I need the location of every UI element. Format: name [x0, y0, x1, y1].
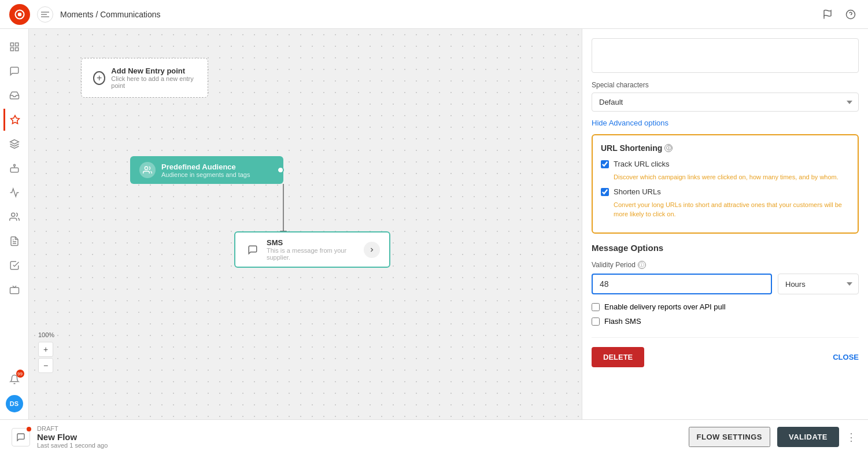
shorten-url-row: Shorten URLs [601, 187, 849, 196]
track-url-row: Track URL clicks [601, 160, 849, 168]
zoom-in-button[interactable]: + [38, 342, 53, 357]
flag-icon[interactable] [819, 6, 836, 23]
zoom-out-button[interactable]: − [38, 358, 53, 373]
svg-marker-10 [10, 140, 19, 145]
audience-node-title: Predefined Audience [161, 163, 250, 171]
topbar: Moments / Communications [0, 0, 868, 29]
validity-period-input[interactable] [592, 274, 772, 294]
sidebar-collapse-button[interactable] [37, 6, 53, 23]
svg-rect-6 [15, 43, 18, 46]
validity-period-label: Validity Period ⓘ [592, 261, 859, 269]
bottom-bar: DRAFT New Flow Last saved 1 second ago F… [0, 419, 868, 454]
validity-row: Hours Minutes Days [592, 274, 859, 294]
predefined-audience-node[interactable]: Predefined Audience Audience in segments… [130, 156, 283, 184]
close-button[interactable]: CLOSE [833, 353, 859, 361]
audience-node-icon [139, 162, 156, 178]
sidebar-item-inbox[interactable] [3, 84, 25, 106]
draft-icon [12, 428, 30, 446]
shorten-url-description: Convert your long URLs into short and at… [614, 201, 849, 219]
user-avatar[interactable]: DS [6, 395, 23, 412]
delivery-report-row: Enable delivery reports over API pull [592, 302, 859, 311]
svg-marker-9 [11, 116, 20, 124]
flash-sms-row: Flash SMS [592, 317, 859, 326]
sidebar-item-reports[interactable] [3, 230, 25, 252]
zoom-level-label: 100% [38, 331, 54, 338]
last-saved-label: Last saved 1 second ago [37, 442, 108, 449]
right-panel: Special characters Default Hide Advanced… [582, 29, 868, 419]
sms-node-next-button[interactable] [364, 242, 380, 258]
bottom-bar-actions: FLOW SETTINGS VALIDATE ⋮ [689, 427, 856, 447]
flow-canvas[interactable]: + Add New Entry point Click here to add … [29, 29, 582, 419]
sidebar-item-layers[interactable] [3, 133, 25, 155]
sidebar-item-contacts[interactable] [3, 206, 25, 228]
flash-sms-checkbox[interactable] [592, 318, 600, 326]
delivery-report-checkbox[interactable] [592, 303, 600, 311]
left-sidebar: 99 DS [0, 29, 29, 419]
svg-rect-11 [10, 168, 19, 172]
sidebar-item-notifications[interactable]: 99 [3, 368, 25, 390]
help-icon[interactable] [843, 6, 859, 23]
special-chars-label: Special characters [592, 81, 859, 89]
url-shortening-info-icon[interactable]: ⓘ [664, 144, 673, 152]
flash-sms-label[interactable]: Flash SMS [604, 317, 641, 326]
main-content: 99 DS + Add New Entry point Click here t… [0, 29, 868, 419]
url-shortening-title: URL Shortening ⓘ [601, 143, 849, 153]
draft-dot [27, 427, 31, 431]
svg-rect-7 [10, 48, 13, 51]
svg-point-22 [145, 167, 147, 169]
audience-node-subtitle: Audience in segments and tags [161, 171, 250, 178]
svg-point-12 [13, 164, 15, 166]
sidebar-item-campaigns[interactable] [3, 109, 25, 131]
sms-node[interactable]: SMS This is a message from your supplier… [234, 231, 390, 268]
sms-node-subtitle: This is a message from your supplier. [267, 247, 358, 261]
svg-point-17 [11, 213, 14, 216]
entry-card-subtitle: Click here to add a new entry point [111, 75, 196, 89]
notification-badge: 99 [16, 370, 24, 378]
sms-node-icon [245, 242, 261, 258]
delivery-report-label[interactable]: Enable delivery reports over API pull [604, 302, 726, 311]
validity-unit-select[interactable]: Hours Minutes Days [778, 274, 859, 294]
message-text-area[interactable] [592, 38, 859, 73]
svg-point-1 [18, 12, 22, 16]
svg-rect-20 [10, 287, 19, 294]
panel-actions: DELETE CLOSE [592, 337, 859, 367]
url-shortening-section: URL Shortening ⓘ Track URL clicks Discov… [592, 134, 859, 234]
breadcrumb-current: Communications [100, 10, 160, 19]
svg-rect-8 [15, 48, 18, 51]
flow-name-label: New Flow [37, 432, 108, 442]
sms-node-title: SMS [267, 238, 358, 247]
topbar-actions [819, 6, 859, 23]
special-chars-select[interactable]: Default [592, 93, 859, 112]
breadcrumb: Moments / Communications [60, 10, 161, 19]
more-options-button[interactable]: ⋮ [846, 431, 856, 444]
sidebar-item-extensions[interactable] [3, 279, 25, 301]
shorten-url-checkbox[interactable] [601, 188, 609, 196]
delete-button[interactable]: DELETE [592, 347, 644, 367]
entry-card-title: Add New Entry point [111, 67, 196, 75]
flow-settings-button[interactable]: FLOW SETTINGS [689, 427, 770, 447]
draft-status-label: DRAFT [37, 425, 108, 432]
track-url-checkbox[interactable] [601, 160, 609, 168]
app-logo[interactable] [9, 4, 30, 25]
hide-advanced-link[interactable]: Hide Advanced options [592, 119, 859, 127]
validity-info-icon[interactable]: ⓘ [638, 261, 646, 269]
entry-point-card[interactable]: + Add New Entry point Click here to add … [81, 58, 208, 98]
message-options-title: Message Options [592, 243, 859, 253]
track-url-description: Discover which campaign links were click… [614, 173, 849, 182]
sidebar-item-analytics[interactable] [3, 182, 25, 204]
sidebar-item-chat[interactable] [3, 60, 25, 82]
breadcrumb-prefix: Moments / [60, 10, 100, 19]
validate-button[interactable]: VALIDATE [777, 427, 839, 447]
svg-rect-5 [10, 43, 13, 46]
canvas-toolbar: 100% + − [38, 331, 54, 373]
draft-info: DRAFT New Flow Last saved 1 second ago [12, 425, 108, 449]
sidebar-item-audit[interactable] [3, 254, 25, 276]
track-url-label[interactable]: Track URL clicks [614, 160, 670, 168]
add-entry-icon: + [93, 71, 105, 85]
sidebar-item-bot[interactable] [3, 157, 25, 179]
sidebar-item-dashboard[interactable] [3, 36, 25, 58]
shorten-url-label[interactable]: Shorten URLs [614, 187, 661, 196]
